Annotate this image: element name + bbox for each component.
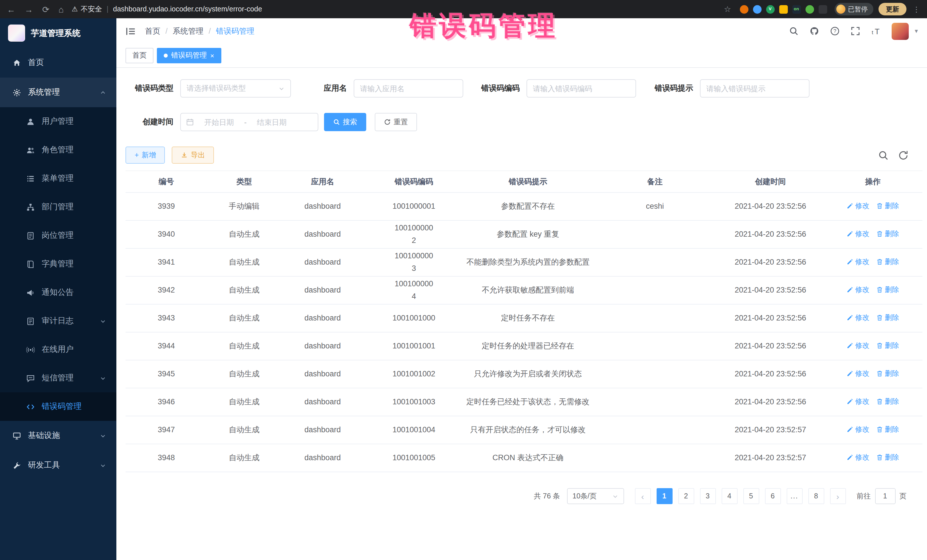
goto-page-input[interactable] <box>875 488 895 504</box>
start-date-input[interactable] <box>198 118 241 126</box>
edit-link[interactable]: 修改 <box>846 200 869 212</box>
page-button-4[interactable]: 4 <box>721 488 737 504</box>
chevron-down-icon <box>612 493 618 499</box>
breadcrumb-home[interactable]: 首页 <box>145 26 160 36</box>
date-range-picker[interactable]: - <box>180 113 318 131</box>
fullscreen-icon[interactable] <box>851 26 860 36</box>
sidebar-item-error-codes[interactable]: 错误码管理 <box>0 392 116 421</box>
edit-link[interactable]: 修改 <box>846 311 869 324</box>
add-button[interactable]: + 新增 <box>126 147 165 164</box>
address-bar[interactable]: ⚠ 不安全 | dashboard.yudao.iocoder.cn/syste… <box>71 4 724 14</box>
ext-dark-puzzle-icon[interactable] <box>818 5 827 14</box>
page-button-8[interactable]: 8 <box>808 488 824 504</box>
browser-update-button[interactable]: 更新 <box>878 3 906 15</box>
next-page-button[interactable]: › <box>830 488 846 504</box>
sidebar-item-audit-logs[interactable]: 审计日志 <box>0 307 116 335</box>
delete-link[interactable]: 删除 <box>876 200 899 212</box>
page-button-6[interactable]: 6 <box>765 488 781 504</box>
delete-link[interactable]: 删除 <box>876 311 899 324</box>
delete-link[interactable]: 删除 <box>876 284 899 296</box>
profile-chip[interactable]: 已暂停 <box>834 3 873 15</box>
edit-link[interactable]: 修改 <box>846 395 869 408</box>
collapse-sidebar-icon[interactable] <box>126 26 136 36</box>
cell-msg: 参数配置 key 重复 <box>464 220 592 248</box>
prev-page-button[interactable]: ‹ <box>635 488 650 504</box>
ext-blue-drop-icon[interactable] <box>753 5 761 14</box>
browser-home-icon[interactable]: ⌂ <box>58 5 64 14</box>
search-icon[interactable] <box>789 26 799 36</box>
ext-green-leaf-icon[interactable] <box>805 5 814 14</box>
toggle-search-icon[interactable] <box>878 150 889 161</box>
page-ellipsis[interactable]: ... <box>786 488 802 504</box>
reload-icon[interactable]: ⟳ <box>42 5 49 14</box>
browser-menu-icon[interactable]: ⋮ <box>913 5 920 14</box>
edit-link[interactable]: 修改 <box>846 451 869 464</box>
delete-link[interactable]: 删除 <box>876 228 899 240</box>
edit-link[interactable]: 修改 <box>846 339 869 352</box>
export-button[interactable]: 导出 <box>172 147 214 164</box>
page-size-select[interactable]: 10条/页 <box>567 488 624 504</box>
cell-msg: 只允许修改为开启或者关闭状态 <box>464 360 592 388</box>
sidebar-item-system[interactable]: 系统管理 <box>0 77 116 107</box>
app-name-input[interactable] <box>354 79 463 97</box>
app-title: 芋道管理系统 <box>31 28 81 38</box>
sidebar-item-roles[interactable]: 角色管理 <box>0 136 116 164</box>
breadcrumb-system[interactable]: 系统管理 <box>173 26 204 36</box>
app-logo-row[interactable]: 芋道管理系统 <box>0 18 116 48</box>
edit-link[interactable]: 修改 <box>846 228 869 240</box>
cell-created: 2021-04-20 23:52:56 <box>718 248 823 276</box>
cell-id: 3948 <box>126 444 207 472</box>
sidebar-item-dev-tools[interactable]: 研发工具 <box>0 451 116 480</box>
edit-link[interactable]: 修改 <box>846 367 869 380</box>
ext-green-v-icon[interactable]: V <box>766 5 774 14</box>
edit-link[interactable]: 修改 <box>846 423 869 436</box>
ext-dark-on-icon[interactable]: on <box>792 5 801 14</box>
sidebar-item-infra[interactable]: 基础设施 <box>0 421 116 451</box>
help-icon[interactable]: ? <box>830 26 840 36</box>
close-icon[interactable]: × <box>210 52 214 59</box>
security-chip[interactable]: ⚠ 不安全 <box>71 4 102 14</box>
github-icon[interactable] <box>810 26 819 36</box>
back-icon[interactable]: ← <box>7 5 15 14</box>
ext-red-circle-icon[interactable] <box>740 5 748 14</box>
tab-home[interactable]: 首页 <box>126 48 153 63</box>
sidebar-item-depts[interactable]: 部门管理 <box>0 193 116 221</box>
reset-button[interactable]: 重置 <box>375 113 417 131</box>
error-msg-input[interactable] <box>700 79 810 97</box>
sidebar-item-sms[interactable]: 短信管理 <box>0 364 116 392</box>
search-button[interactable]: 搜索 <box>324 113 366 131</box>
sidebar-item-notices[interactable]: 通知公告 <box>0 278 116 307</box>
ext-color-grid-icon[interactable] <box>779 5 787 14</box>
sidebar-item-online-users[interactable]: 在线用户 <box>0 335 116 364</box>
refresh-table-icon[interactable] <box>898 150 909 161</box>
error-code-input[interactable] <box>527 79 636 97</box>
user-avatar[interactable] <box>892 23 909 39</box>
end-date-input[interactable] <box>250 118 293 126</box>
sidebar-item-home[interactable]: 首页 <box>0 48 116 77</box>
page-button-1[interactable]: 1 <box>656 488 672 504</box>
delete-link[interactable]: 删除 <box>876 395 899 408</box>
bookmark-star-icon[interactable]: ☆ <box>724 5 731 14</box>
forward-icon[interactable]: → <box>24 5 33 14</box>
tree-icon <box>26 203 35 211</box>
page-button-5[interactable]: 5 <box>743 488 759 504</box>
profile-avatar-icon <box>836 5 845 14</box>
font-size-icon[interactable]: tT <box>871 26 881 36</box>
page-button-3[interactable]: 3 <box>700 488 716 504</box>
delete-link[interactable]: 删除 <box>876 339 899 352</box>
sidebar-item-dicts[interactable]: 字典管理 <box>0 250 116 278</box>
tab-error-code[interactable]: 错误码管理 × <box>157 48 221 63</box>
page-button-2[interactable]: 2 <box>678 488 694 504</box>
avatar-caret-icon[interactable]: ▾ <box>915 27 918 35</box>
sidebar-item-posts[interactable]: 岗位管理 <box>0 221 116 250</box>
edit-link[interactable]: 修改 <box>846 284 869 296</box>
delete-link[interactable]: 删除 <box>876 367 899 380</box>
delete-link[interactable]: 删除 <box>876 423 899 436</box>
delete-link[interactable]: 删除 <box>876 451 899 464</box>
cell-code: 100100000 4 <box>364 276 464 304</box>
edit-link[interactable]: 修改 <box>846 255 869 268</box>
sidebar-item-menus[interactable]: 菜单管理 <box>0 164 116 193</box>
error-type-select[interactable]: 请选择错误码类型 <box>180 79 291 97</box>
delete-link[interactable]: 删除 <box>876 255 899 268</box>
sidebar-item-users[interactable]: 用户管理 <box>0 107 116 136</box>
